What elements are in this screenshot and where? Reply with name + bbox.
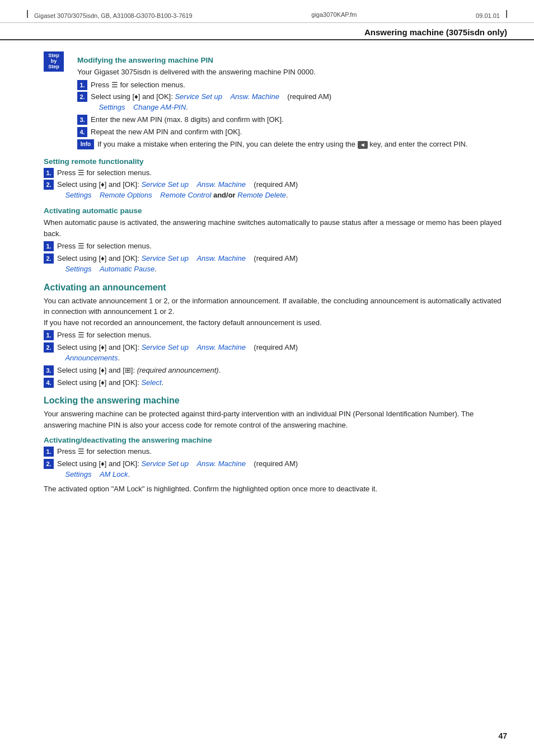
section-heading-modifying: Modifying the answering machine PIN bbox=[77, 56, 507, 64]
step-row-2c: 2. Select using [♦] and [OK]: Service Se… bbox=[44, 253, 507, 275]
page-title: Answering machine (3075isdn only) bbox=[364, 27, 507, 37]
step-row-1e: 1. Press ☰ for selection menus. bbox=[44, 447, 507, 457]
step-text-info-a: If you make a mistake when entering the … bbox=[97, 139, 507, 150]
section-setting-remote: Setting remote functionality 1. Press ☰ … bbox=[44, 157, 507, 201]
step-badge-2b: 2. bbox=[44, 180, 54, 190]
step-badge-1b: 1. bbox=[44, 168, 54, 178]
step-row-1b: 1. Press ☰ for selection menus. bbox=[44, 168, 507, 179]
step-text-2c: Select using [♦] and [OK]: Service Set u… bbox=[57, 253, 507, 275]
step-text-1a: Press ☰ for selection menus. bbox=[91, 80, 507, 91]
step-row-4d: 4. Select using [♦] and [OK]: Select. bbox=[44, 378, 507, 388]
step-row-info-a: Info If you make a mistake when entering… bbox=[77, 139, 507, 150]
meta-filename: giga3070KAP.fm bbox=[311, 11, 357, 18]
act-deact-after: The activated option "AM Lock" is highli… bbox=[44, 483, 507, 495]
step-badge-1d: 1. bbox=[44, 330, 54, 340]
right-margin-mark bbox=[504, 10, 507, 18]
top-section: Step by Step Modifying the answering mac… bbox=[44, 50, 507, 152]
section-activating-announcement: Activating an announcement You can activ… bbox=[44, 283, 507, 388]
subsection-activating-deactivating: Activating/deactivating the answering ma… bbox=[44, 436, 507, 494]
section-heading-locking: Locking the answering machine bbox=[44, 396, 507, 406]
step-text-2e: Select using [♦] and [OK]: Service Set u… bbox=[57, 459, 507, 480]
meta-right: 09.01.01 bbox=[476, 10, 507, 19]
step-badge-2a: 2. bbox=[77, 92, 87, 102]
step-row-3a: 3. Enter the new AM PIN (max. 8 digits) … bbox=[77, 115, 507, 125]
meta-file-info: Gigaset 3070/3075isdn, GB, A31008-G3070-… bbox=[34, 12, 193, 19]
step-badge-1e: 1. bbox=[44, 447, 54, 457]
left-margin-mark bbox=[27, 10, 30, 18]
step-badge-info-a: Info bbox=[77, 139, 94, 149]
step-row-2d: 2. Select using [♦] and [OK]: Service Se… bbox=[44, 342, 507, 364]
auto-pause-intro: When automatic pause is activated, the a… bbox=[44, 217, 507, 239]
page-header: Answering machine (3075isdn only) bbox=[0, 24, 534, 40]
main-content: Step by Step Modifying the answering mac… bbox=[0, 40, 534, 510]
modifying-intro: Your Gigaset 3075isdn is delivered with … bbox=[77, 67, 507, 78]
step-badge-2d: 2. bbox=[44, 342, 54, 353]
step-text-1e: Press ☰ for selection menus. bbox=[57, 447, 507, 457]
meta-left: Gigaset 3070/3075isdn, GB, A31008-G3070-… bbox=[27, 10, 193, 19]
step-row-1c: 1. Press ☰ for selection menus. bbox=[44, 241, 507, 252]
meta-bar: Gigaset 3070/3075isdn, GB, A31008-G3070-… bbox=[0, 0, 534, 23]
step-row-2b: 2. Select using [♦] and [OK]: Service Se… bbox=[44, 180, 507, 201]
section-modifying-content: Modifying the answering machine PIN Your… bbox=[77, 50, 507, 152]
step-text-4d: Select using [♦] and [OK]: Select. bbox=[57, 378, 507, 388]
step-row-4a: 4. Repeat the new AM PIN and confirm wit… bbox=[77, 127, 507, 138]
step-badge-1a: 1. bbox=[77, 80, 87, 90]
step-row-3d: 3. Select using [♦] and [⊞]: (required a… bbox=[44, 365, 507, 376]
step-row-2e: 2. Select using [♦] and [OK]: Service Se… bbox=[44, 459, 507, 480]
section-heading-remote: Setting remote functionality bbox=[44, 157, 507, 166]
section-locking: Locking the answering machine Your answe… bbox=[44, 396, 507, 494]
section-modifying-pin: Step by Step Modifying the answering mac… bbox=[44, 50, 507, 152]
step-box: Step by Step bbox=[44, 51, 64, 72]
step-row-2a: 2. Select using [♦] and [OK]: Service Se… bbox=[77, 92, 507, 113]
page: Gigaset 3070/3075isdn, GB, A31008-G3070-… bbox=[0, 0, 534, 756]
step-text-2b: Select using [♦] and [OK]: Service Set u… bbox=[57, 180, 507, 201]
step-badge-1c: 1. bbox=[44, 241, 54, 251]
step-badge-4d: 4. bbox=[44, 378, 54, 388]
backspace-key: ◄ bbox=[358, 141, 368, 149]
step-text-4a: Repeat the new AM PIN and confirm with [… bbox=[91, 127, 507, 138]
section-heading-announcement: Activating an announcement bbox=[44, 283, 507, 293]
step-badge-4a: 4. bbox=[77, 127, 87, 137]
step-text-2d: Select using [♦] and [OK]: Service Set u… bbox=[57, 342, 507, 364]
step-text-2a: Select using [♦] and [OK]: Service Set u… bbox=[91, 92, 507, 113]
step-text-3a: Enter the new AM PIN (max. 8 digits) and… bbox=[91, 115, 507, 125]
step-by-step-box: Step by Step bbox=[44, 51, 69, 72]
section-heading-auto-pause: Activating automatic pause bbox=[44, 206, 507, 215]
section-heading-act-deact: Activating/deactivating the answering ma… bbox=[44, 436, 507, 444]
step-row-1a: 1. Press ☰ for selection menus. bbox=[77, 80, 507, 91]
step-badge-2e: 2. bbox=[44, 459, 54, 469]
step-badge-3a: 3. bbox=[77, 115, 87, 125]
locking-intro: Your answering machine can be protected … bbox=[44, 408, 507, 430]
step-text-3d: Select using [♦] and [⊞]: (required anno… bbox=[57, 365, 507, 376]
announcement-intro: You can activate announcement 1 or 2, or… bbox=[44, 295, 507, 328]
step-text-1c: Press ☰ for selection menus. bbox=[57, 241, 507, 252]
meta-date: 09.01.01 bbox=[476, 12, 500, 19]
step-row-1d: 1. Press ☰ for selection menus. bbox=[44, 330, 507, 341]
step-text-1d: Press ☰ for selection menus. bbox=[57, 330, 507, 341]
section-auto-pause: Activating automatic pause When automati… bbox=[44, 206, 507, 275]
step-text-1b: Press ☰ for selection menus. bbox=[57, 168, 507, 179]
step-badge-3d: 3. bbox=[44, 365, 54, 375]
meta-center: giga3070KAP.fm bbox=[311, 11, 357, 18]
step-badge-2c: 2. bbox=[44, 253, 54, 264]
page-number: 47 bbox=[498, 731, 507, 740]
